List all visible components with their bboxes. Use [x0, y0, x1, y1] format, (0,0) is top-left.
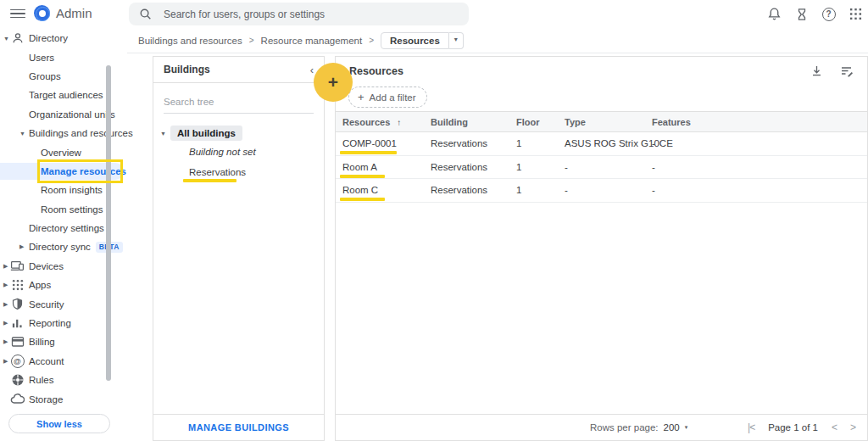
next-page-icon[interactable]: >: [850, 421, 855, 433]
pagination: |< Page 1 of 1 < >: [748, 421, 855, 433]
chevron-down-icon[interactable]: ▼: [19, 131, 25, 137]
page-status: Page 1 of 1: [768, 422, 818, 433]
manage-buildings-button[interactable]: MANAGE BUILDINGS: [188, 422, 289, 433]
tree-item-reservations[interactable]: Reservations: [189, 163, 324, 181]
column-header-building[interactable]: Building: [431, 117, 516, 127]
tree-item-all-buildings[interactable]: ▼ All buildings: [160, 124, 324, 142]
prev-page-icon[interactable]: <: [832, 421, 837, 433]
top-app-bar: Admin Search for users, groups or settin…: [0, 0, 868, 28]
person-icon: [10, 31, 25, 46]
resources-table: Resources↑ Building Floor Type Features …: [336, 111, 867, 203]
add-resource-fab-button[interactable]: +: [314, 63, 353, 102]
chevron-down-icon[interactable]: ▾: [685, 424, 688, 431]
edit-columns-icon[interactable]: [840, 64, 854, 78]
breadcrumb-current-chip[interactable]: Resources: [381, 32, 449, 49]
admin-logo: Admin: [34, 5, 92, 21]
rules-wheel-icon: [10, 373, 25, 388]
shield-icon: [10, 297, 25, 311]
annotation-underline: [183, 179, 236, 182]
chevron-down-icon[interactable]: ▼: [3, 36, 9, 42]
column-header-resources[interactable]: Resources↑: [342, 117, 431, 127]
tree-item-building-not-set[interactable]: Building not set: [189, 142, 324, 161]
table-row-comp-0001[interactable]: COMP-0001 Reservations 1 ASUS ROG Strix …: [336, 132, 867, 156]
hourglass-tasks-icon[interactable]: [793, 6, 810, 22]
resource-name-cell[interactable]: Room C: [342, 185, 431, 195]
plus-icon: +: [358, 91, 364, 103]
table-header-row: Resources↑ Building Floor Type Features: [336, 111, 867, 132]
breadcrumb-separator: >: [369, 36, 374, 45]
chevron-right-icon[interactable]: ▶: [19, 243, 24, 250]
devices-icon: [10, 259, 25, 273]
breadcrumb: Buildings and resources > Resource manag…: [138, 28, 464, 53]
sidebar-item-users[interactable]: Users: [0, 47, 127, 66]
rows-per-page-select[interactable]: 200: [664, 422, 680, 433]
add-filter-chip[interactable]: + Add a filter: [348, 87, 427, 108]
buildings-panel: Buildings ‹ Search tree ▼ All buildings …: [153, 56, 325, 441]
search-placeholder: Search for users, groups or settings: [164, 8, 325, 20]
buildings-panel-title: Buildings: [164, 64, 210, 75]
breadcrumb-item-buildings-and-resources[interactable]: Buildings and resources: [138, 36, 242, 46]
annotation-underline: [340, 151, 397, 154]
column-header-type[interactable]: Type: [565, 117, 652, 127]
annotation-underline: [340, 175, 385, 178]
bar-chart-icon: [10, 316, 25, 331]
chevron-right-icon[interactable]: ▶: [3, 301, 8, 308]
help-icon[interactable]: ?: [821, 6, 837, 22]
sidebar-item-directory[interactable]: ▼ Directory: [0, 29, 127, 47]
at-sign-icon: @: [10, 354, 25, 368]
content-divider: [127, 53, 868, 53]
sidebar-scrollbar[interactable]: [106, 65, 111, 381]
apps-icon: [10, 278, 25, 293]
chevron-right-icon[interactable]: ▶: [3, 338, 8, 345]
notifications-bell-icon[interactable]: [766, 6, 782, 22]
resources-panel: Resources + Add a filter Resources↑ Buil…: [335, 56, 868, 441]
chevron-right-icon[interactable]: ▶: [3, 263, 8, 270]
show-less-button[interactable]: Show less: [8, 414, 110, 433]
rows-per-page: Rows per page: 200 ▾: [590, 422, 687, 433]
cloud-icon: [10, 392, 25, 406]
chevron-right-icon[interactable]: ▶: [3, 358, 8, 365]
breadcrumb-item-resource-management[interactable]: Resource management: [261, 36, 363, 46]
sort-ascending-icon[interactable]: ↑: [397, 118, 401, 127]
apps-grid-icon[interactable]: [848, 6, 864, 22]
search-icon: [139, 8, 152, 20]
credit-card-icon: [10, 335, 25, 349]
table-row-room-a[interactable]: Room A Reservations 1 - -: [336, 156, 867, 180]
table-row-room-c[interactable]: Room C Reservations 1 - -: [336, 179, 867, 203]
first-page-icon[interactable]: |<: [748, 421, 754, 433]
breadcrumb-separator: >: [249, 36, 254, 45]
download-icon[interactable]: [810, 64, 823, 77]
column-header-floor[interactable]: Floor: [516, 117, 565, 127]
search-tree-input[interactable]: Search tree: [164, 97, 314, 114]
collapse-panel-icon[interactable]: ‹: [310, 64, 314, 76]
chevron-right-icon[interactable]: ▶: [3, 320, 8, 327]
column-header-features[interactable]: Features: [652, 117, 867, 127]
resource-name-cell[interactable]: Room A: [342, 162, 431, 172]
chevron-down-icon[interactable]: ▼: [160, 131, 166, 137]
sidebar-item-storage[interactable]: Storage: [0, 389, 127, 408]
chevron-right-icon[interactable]: ▶: [3, 282, 8, 288]
hamburger-menu-icon[interactable]: [10, 7, 25, 20]
sidebar-nav: ▼ Directory Users Groups Target audience…: [0, 28, 127, 441]
product-name: Admin: [56, 6, 92, 20]
annotation-underline: [340, 198, 385, 201]
resource-name-cell[interactable]: COMP-0001: [342, 138, 431, 148]
resources-panel-title: Resources: [349, 65, 403, 77]
google-admin-logo-icon: [34, 5, 50, 21]
breadcrumb-dropdown-caret[interactable]: ▾: [449, 32, 464, 49]
global-search-input[interactable]: Search for users, groups or settings: [129, 3, 469, 25]
